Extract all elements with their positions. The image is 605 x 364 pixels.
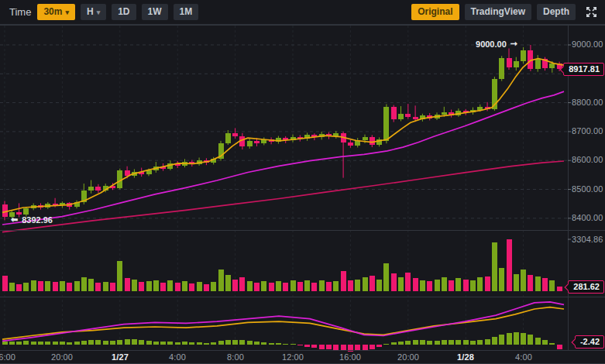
volume-bar	[103, 282, 108, 291]
time-axis-label: 4:00	[156, 352, 199, 362]
volume-bar	[81, 277, 87, 291]
chart-canvas[interactable]	[0, 0, 605, 364]
volume-bar	[23, 283, 29, 291]
macd-bar	[88, 340, 94, 345]
candle-body	[348, 143, 353, 146]
interval-buttons: 30m▾H▾1D1W1M	[37, 4, 204, 20]
volume-bar	[435, 280, 440, 291]
candle-body	[247, 141, 253, 146]
macd-bar	[103, 341, 108, 345]
mode-tradingview[interactable]: TradingView	[465, 4, 531, 20]
macd-bar	[23, 341, 29, 345]
macd-bar	[383, 344, 389, 345]
interval-1m[interactable]: 1M	[174, 4, 199, 20]
macd-bar	[182, 342, 187, 345]
mode-original[interactable]: Original	[411, 4, 459, 20]
volume-bar	[333, 281, 339, 291]
candle-body	[254, 141, 260, 143]
candle-body	[549, 64, 555, 68]
candle-body	[391, 107, 397, 119]
macd-bar	[139, 340, 144, 345]
macd-bar	[45, 342, 50, 345]
volume-bar	[132, 280, 137, 291]
volume-bar	[67, 283, 72, 291]
interval-1d[interactable]: 1D	[112, 4, 136, 20]
volume-bar	[499, 268, 504, 291]
macd-bar	[211, 342, 216, 345]
macd-bar	[442, 340, 447, 345]
volume-bar	[125, 278, 130, 291]
volume-bar	[283, 283, 288, 291]
interval-30m[interactable]: 30m▾	[37, 4, 75, 20]
volume-bar	[225, 275, 231, 291]
candle-body	[521, 50, 526, 61]
candle-body	[383, 107, 389, 141]
candle-body	[514, 61, 519, 67]
macd-bar	[67, 342, 72, 345]
macd-bar	[276, 343, 281, 345]
macd-bar	[449, 340, 454, 345]
interval-1w-label: 1W	[148, 7, 162, 17]
macd-bar	[499, 335, 504, 345]
volume-bar	[363, 277, 368, 291]
macd-bar	[38, 342, 43, 345]
time-axis-label: 12:00	[271, 352, 315, 362]
volume-bar	[160, 283, 166, 291]
interval-1w[interactable]: 1W	[142, 4, 168, 20]
volume-bar	[254, 283, 260, 291]
macd-bar	[420, 340, 425, 345]
volume-bar	[521, 270, 526, 291]
time-axis-label: 1/28	[444, 352, 487, 362]
volume-bar	[535, 276, 541, 291]
mode-depth[interactable]: Depth	[537, 4, 576, 20]
volume-max-label: 3304.86	[572, 235, 603, 244]
volume-bar	[16, 284, 22, 291]
toolbar-right: OriginalTradingViewDepth	[411, 4, 599, 20]
time-axis-label: 8:00	[214, 352, 257, 362]
interval-1d-label: 1D	[118, 7, 129, 17]
chevron-down-icon: ▾	[97, 8, 101, 18]
macd-bar	[261, 342, 266, 345]
macd-bar	[167, 342, 173, 345]
macd-bar	[319, 345, 325, 349]
interval-h-label: H	[87, 7, 94, 17]
volume-bar	[391, 273, 397, 291]
candle-body	[405, 114, 411, 117]
macd-bar	[283, 344, 288, 345]
volume-bar	[455, 278, 461, 291]
volume-bar	[492, 242, 497, 291]
macd-bar	[254, 342, 260, 345]
volume-bar	[139, 282, 144, 291]
volume-bar	[370, 276, 375, 291]
volume-bar	[297, 282, 303, 291]
interval-1m-label: 1M	[180, 7, 193, 17]
volume-bar	[485, 276, 490, 291]
last-price-tag: 8917.81	[563, 63, 604, 76]
candle-body	[125, 170, 130, 175]
volume-bar	[304, 280, 310, 291]
fullscreen-icon[interactable]	[584, 5, 599, 19]
volume-bar	[427, 281, 432, 291]
macd-bar	[225, 340, 231, 345]
interval-h[interactable]: H▾	[81, 4, 106, 20]
candle-body	[2, 204, 8, 217]
volume-bar	[117, 261, 122, 291]
candle-body	[146, 170, 152, 174]
volume-bar	[442, 277, 447, 291]
macd-bar	[477, 340, 483, 345]
macd-bar	[60, 342, 65, 345]
candle-body	[232, 133, 238, 136]
macd-bar	[197, 342, 202, 345]
candle-body	[88, 187, 94, 191]
macd-bar	[405, 341, 411, 345]
volume-bar	[348, 280, 353, 291]
macd-bar	[542, 340, 548, 345]
macd-bar	[435, 341, 440, 345]
volume-bar	[514, 274, 519, 291]
high-price-annotation: 9000.00➞	[476, 39, 517, 49]
macd-bar	[31, 342, 36, 345]
time-axis-label: 16:00	[328, 352, 372, 362]
candle-body	[95, 187, 101, 191]
candle-body	[477, 107, 483, 110]
candle-body	[507, 58, 512, 67]
